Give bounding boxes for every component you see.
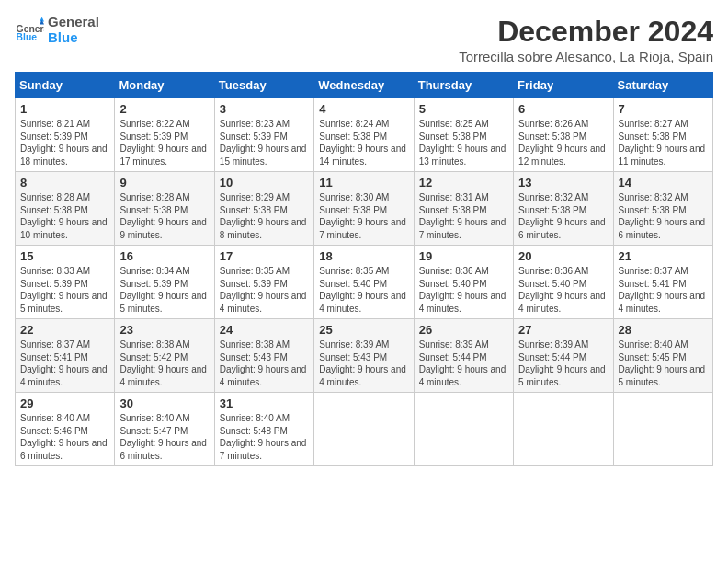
day-info: Sunrise: 8:34 AMSunset: 5:39 PMDaylight:… <box>119 266 207 314</box>
day-number: 2 <box>119 102 209 116</box>
day-info: Sunrise: 8:31 AMSunset: 5:38 PMDaylight:… <box>419 192 506 240</box>
day-number: 25 <box>319 323 408 337</box>
table-row: 19 Sunrise: 8:36 AMSunset: 5:40 PMDaylig… <box>414 246 513 319</box>
day-number: 27 <box>518 323 608 337</box>
day-number: 3 <box>220 102 309 116</box>
month-title: December 2024 <box>459 15 713 49</box>
day-number: 17 <box>220 249 309 263</box>
table-row <box>314 393 414 466</box>
logo-icon: General Blue <box>15 16 44 45</box>
table-row: 10 Sunrise: 8:29 AMSunset: 5:38 PMDaylig… <box>214 172 313 246</box>
day-number: 5 <box>419 102 508 116</box>
col-friday: Friday <box>514 73 613 98</box>
table-row <box>514 393 613 466</box>
calendar-week-row: 8 Sunrise: 8:28 AMSunset: 5:38 PMDayligh… <box>16 172 713 246</box>
table-row: 8 Sunrise: 8:28 AMSunset: 5:38 PMDayligh… <box>16 172 115 246</box>
day-number: 31 <box>220 396 309 410</box>
day-info: Sunrise: 8:29 AMSunset: 5:38 PMDaylight:… <box>220 192 307 240</box>
day-number: 21 <box>619 249 708 263</box>
col-saturday: Saturday <box>613 73 712 98</box>
day-info: Sunrise: 8:40 AMSunset: 5:48 PMDaylight:… <box>220 413 307 461</box>
day-info: Sunrise: 8:23 AMSunset: 5:39 PMDaylight:… <box>220 119 307 167</box>
table-row: 4 Sunrise: 8:24 AMSunset: 5:38 PMDayligh… <box>314 98 414 172</box>
day-number: 15 <box>20 249 109 263</box>
day-info: Sunrise: 8:28 AMSunset: 5:38 PMDaylight:… <box>119 192 207 240</box>
day-info: Sunrise: 8:40 AMSunset: 5:47 PMDaylight:… <box>119 413 207 461</box>
table-row: 2 Sunrise: 8:22 AMSunset: 5:39 PMDayligh… <box>115 98 214 172</box>
title-block: December 2024 Torrecilla sobre Alesanco,… <box>459 15 713 64</box>
day-info: Sunrise: 8:37 AMSunset: 5:41 PMDaylight:… <box>619 266 706 314</box>
table-row: 5 Sunrise: 8:25 AMSunset: 5:38 PMDayligh… <box>414 98 513 172</box>
day-number: 30 <box>119 396 209 410</box>
table-row: 24 Sunrise: 8:38 AMSunset: 5:43 PMDaylig… <box>214 319 313 393</box>
table-row: 9 Sunrise: 8:28 AMSunset: 5:38 PMDayligh… <box>115 172 214 246</box>
day-number: 22 <box>20 323 109 337</box>
col-sunday: Sunday <box>16 73 115 98</box>
calendar-week-row: 1 Sunrise: 8:21 AMSunset: 5:39 PMDayligh… <box>16 98 713 172</box>
day-number: 9 <box>119 176 209 190</box>
table-row: 16 Sunrise: 8:34 AMSunset: 5:39 PMDaylig… <box>115 246 214 319</box>
calendar-week-row: 22 Sunrise: 8:37 AMSunset: 5:41 PMDaylig… <box>16 319 713 393</box>
day-info: Sunrise: 8:27 AMSunset: 5:38 PMDaylight:… <box>619 119 706 167</box>
day-number: 7 <box>619 102 708 116</box>
table-row: 28 Sunrise: 8:40 AMSunset: 5:45 PMDaylig… <box>613 319 712 393</box>
day-number: 13 <box>518 176 608 190</box>
day-number: 20 <box>518 249 608 263</box>
day-number: 6 <box>518 102 608 116</box>
day-number: 28 <box>619 323 708 337</box>
day-info: Sunrise: 8:25 AMSunset: 5:38 PMDaylight:… <box>419 119 506 167</box>
table-row: 17 Sunrise: 8:35 AMSunset: 5:39 PMDaylig… <box>214 246 313 319</box>
table-row: 20 Sunrise: 8:36 AMSunset: 5:40 PMDaylig… <box>514 246 613 319</box>
day-info: Sunrise: 8:36 AMSunset: 5:40 PMDaylight:… <box>518 266 606 314</box>
col-monday: Monday <box>115 73 214 98</box>
day-number: 23 <box>119 323 209 337</box>
day-info: Sunrise: 8:39 AMSunset: 5:44 PMDaylight:… <box>518 339 606 387</box>
table-row: 7 Sunrise: 8:27 AMSunset: 5:38 PMDayligh… <box>613 98 712 172</box>
day-info: Sunrise: 8:35 AMSunset: 5:39 PMDaylight:… <box>220 266 307 314</box>
calendar-week-row: 29 Sunrise: 8:40 AMSunset: 5:46 PMDaylig… <box>16 393 713 466</box>
logo-general: General <box>48 15 99 30</box>
table-row <box>613 393 712 466</box>
day-number: 11 <box>319 176 408 190</box>
table-row: 30 Sunrise: 8:40 AMSunset: 5:47 PMDaylig… <box>115 393 214 466</box>
logo: General Blue General Blue <box>15 15 99 45</box>
day-info: Sunrise: 8:32 AMSunset: 5:38 PMDaylight:… <box>518 192 606 240</box>
day-number: 4 <box>319 102 408 116</box>
day-info: Sunrise: 8:39 AMSunset: 5:43 PMDaylight:… <box>319 339 406 387</box>
calendar-header-row: Sunday Monday Tuesday Wednesday Thursday… <box>16 73 713 98</box>
day-info: Sunrise: 8:38 AMSunset: 5:43 PMDaylight:… <box>220 339 307 387</box>
day-info: Sunrise: 8:32 AMSunset: 5:38 PMDaylight:… <box>619 192 706 240</box>
table-row: 22 Sunrise: 8:37 AMSunset: 5:41 PMDaylig… <box>16 319 115 393</box>
day-number: 14 <box>619 176 708 190</box>
table-row: 11 Sunrise: 8:30 AMSunset: 5:38 PMDaylig… <box>314 172 414 246</box>
day-number: 10 <box>220 176 309 190</box>
day-number: 19 <box>419 249 508 263</box>
day-info: Sunrise: 8:37 AMSunset: 5:41 PMDaylight:… <box>20 339 108 387</box>
table-row: 14 Sunrise: 8:32 AMSunset: 5:38 PMDaylig… <box>613 172 712 246</box>
day-info: Sunrise: 8:24 AMSunset: 5:38 PMDaylight:… <box>319 119 406 167</box>
table-row: 13 Sunrise: 8:32 AMSunset: 5:38 PMDaylig… <box>514 172 613 246</box>
table-row: 3 Sunrise: 8:23 AMSunset: 5:39 PMDayligh… <box>214 98 313 172</box>
logo-text: General Blue <box>48 15 99 45</box>
calendar-table: Sunday Monday Tuesday Wednesday Thursday… <box>15 72 713 466</box>
table-row: 6 Sunrise: 8:26 AMSunset: 5:38 PMDayligh… <box>514 98 613 172</box>
day-info: Sunrise: 8:40 AMSunset: 5:45 PMDaylight:… <box>619 339 706 387</box>
day-info: Sunrise: 8:22 AMSunset: 5:39 PMDaylight:… <box>119 119 207 167</box>
day-number: 8 <box>20 176 109 190</box>
day-info: Sunrise: 8:30 AMSunset: 5:38 PMDaylight:… <box>319 192 406 240</box>
table-row <box>414 393 513 466</box>
table-row: 15 Sunrise: 8:33 AMSunset: 5:39 PMDaylig… <box>16 246 115 319</box>
svg-text:Blue: Blue <box>17 32 38 42</box>
table-row: 27 Sunrise: 8:39 AMSunset: 5:44 PMDaylig… <box>514 319 613 393</box>
col-thursday: Thursday <box>414 73 513 98</box>
calendar-week-row: 15 Sunrise: 8:33 AMSunset: 5:39 PMDaylig… <box>16 246 713 319</box>
table-row: 31 Sunrise: 8:40 AMSunset: 5:48 PMDaylig… <box>214 393 313 466</box>
table-row: 18 Sunrise: 8:35 AMSunset: 5:40 PMDaylig… <box>314 246 414 319</box>
location-title: Torrecilla sobre Alesanco, La Rioja, Spa… <box>459 49 713 64</box>
table-row: 23 Sunrise: 8:38 AMSunset: 5:42 PMDaylig… <box>115 319 214 393</box>
day-info: Sunrise: 8:33 AMSunset: 5:39 PMDaylight:… <box>20 266 108 314</box>
logo-blue: Blue <box>48 30 99 46</box>
day-info: Sunrise: 8:21 AMSunset: 5:39 PMDaylight:… <box>20 119 108 167</box>
col-tuesday: Tuesday <box>214 73 313 98</box>
day-info: Sunrise: 8:39 AMSunset: 5:44 PMDaylight:… <box>419 339 506 387</box>
